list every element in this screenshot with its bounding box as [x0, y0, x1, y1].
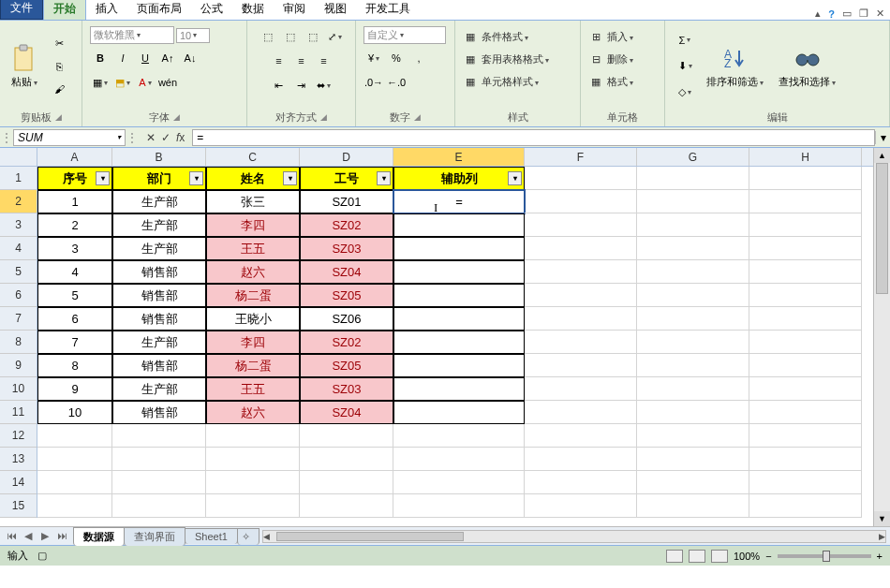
tab-file[interactable]: 文件	[0, 0, 43, 20]
filter-button[interactable]: ▾	[377, 171, 391, 185]
formula-expand-icon[interactable]: ▾	[875, 131, 890, 144]
sort-filter-button[interactable]: AZ 排序和筛选	[701, 41, 769, 91]
cell[interactable]	[393, 331, 525, 354]
underline-button[interactable]: U	[135, 48, 156, 68]
cell[interactable]	[37, 448, 112, 471]
conditional-format-button[interactable]: ▦条件格式	[463, 28, 528, 45]
cell[interactable]: 5	[37, 284, 112, 307]
cell[interactable]	[749, 401, 862, 424]
autosum-button[interactable]: Σ	[675, 30, 695, 51]
cell[interactable]	[206, 424, 300, 448]
sheet-tab-data-source[interactable]: 数据源	[73, 527, 125, 546]
align-launcher-icon[interactable]: ◢	[320, 112, 327, 122]
cell[interactable]: I=	[393, 190, 525, 213]
cell[interactable]	[637, 307, 749, 331]
row-header[interactable]: 12	[0, 424, 37, 448]
row-header[interactable]: 6	[0, 284, 37, 307]
cell[interactable]: 8	[37, 354, 112, 377]
cell[interactable]	[637, 331, 749, 354]
tab-home[interactable]: 开始	[43, 0, 86, 20]
cell[interactable]	[393, 260, 525, 284]
col-header-C[interactable]: C	[206, 148, 300, 166]
row-header[interactable]: 8	[0, 331, 37, 354]
insert-function-icon[interactable]: fx	[176, 131, 185, 144]
formula-cancel-icon[interactable]: ✕	[146, 131, 156, 144]
cell[interactable]	[637, 260, 749, 284]
cell[interactable]	[393, 401, 525, 424]
tab-view[interactable]: 视图	[315, 0, 356, 20]
cell-styles-button[interactable]: ▦单元格样式	[463, 73, 539, 90]
increase-decimal-icon[interactable]: .0→	[363, 72, 384, 93]
cell[interactable]: 生产部	[112, 213, 206, 237]
col-header-E[interactable]: E	[393, 148, 525, 166]
cell[interactable]	[37, 471, 112, 494]
cell[interactable]: 序号▾	[37, 167, 112, 190]
row-header[interactable]: 10	[0, 377, 37, 401]
italic-button[interactable]: I	[112, 48, 133, 68]
delete-cells-button[interactable]: ⊟删除	[588, 51, 633, 67]
cell[interactable]	[749, 307, 862, 331]
insert-cells-button[interactable]: ⊞插入	[588, 28, 633, 45]
cell[interactable]: 销售部	[112, 307, 206, 331]
cell[interactable]: SZ02	[300, 213, 393, 237]
align-top-icon[interactable]: ⬚	[258, 26, 278, 47]
cell[interactable]	[637, 190, 749, 213]
merge-center-button[interactable]: ⬌	[314, 75, 334, 96]
tab-developer[interactable]: 开发工具	[356, 0, 420, 20]
cell[interactable]	[525, 213, 637, 237]
row-header[interactable]: 5	[0, 260, 37, 284]
col-header-B[interactable]: B	[112, 148, 206, 166]
cell[interactable]	[637, 354, 749, 377]
cell[interactable]: 部门▾	[112, 167, 206, 190]
cell[interactable]: 6	[37, 307, 112, 331]
cell[interactable]	[525, 260, 637, 284]
namebox-resize-handle[interactable]: ⋮	[126, 131, 139, 144]
cell[interactable]	[393, 284, 525, 307]
window-minimize-icon[interactable]: ▭	[842, 7, 852, 20]
cell[interactable]: 10	[37, 401, 112, 424]
cell[interactable]	[37, 494, 112, 518]
cell[interactable]	[749, 190, 862, 213]
cell[interactable]: SZ02	[300, 331, 393, 354]
col-header-D[interactable]: D	[300, 148, 393, 166]
cell[interactable]	[749, 424, 862, 448]
cell[interactable]: 王五	[206, 377, 300, 401]
row-header[interactable]: 11	[0, 401, 37, 424]
row-header[interactable]: 13	[0, 448, 37, 471]
column-headers[interactable]: ABCDEFGH	[37, 148, 873, 167]
scroll-up-icon[interactable]: ▲	[874, 148, 890, 163]
align-left-icon[interactable]: ≡	[269, 51, 289, 71]
cell[interactable]: SZ01	[300, 190, 393, 213]
row-header[interactable]: 7	[0, 307, 37, 331]
row-headers[interactable]: 123456789101112131415	[0, 167, 37, 518]
window-close-icon[interactable]: ✕	[876, 7, 884, 20]
cell[interactable]	[525, 354, 637, 377]
cell[interactable]	[393, 377, 525, 401]
cell[interactable]: 生产部	[112, 237, 206, 260]
cell[interactable]: SZ04	[300, 401, 393, 424]
zoom-slider[interactable]	[778, 554, 871, 558]
cell[interactable]: 李四	[206, 331, 300, 354]
cell[interactable]	[749, 494, 862, 518]
cell[interactable]: 生产部	[112, 377, 206, 401]
font-name-select[interactable]: 微软雅黑	[90, 26, 174, 44]
cell[interactable]: 辅助列▾	[393, 167, 525, 190]
filter-button[interactable]: ▾	[508, 171, 522, 185]
format-cells-button[interactable]: ▦格式	[588, 73, 633, 90]
align-right-icon[interactable]: ≡	[314, 51, 334, 71]
namebox-expand-handle[interactable]: ⋮	[0, 131, 13, 144]
macro-record-icon[interactable]: ▢	[37, 550, 47, 562]
phonetic-button[interactable]: wén	[157, 72, 178, 93]
help-icon[interactable]: ?	[828, 8, 835, 20]
cell[interactable]	[300, 471, 393, 494]
fill-color-button[interactable]: ⬒	[112, 72, 133, 93]
cell[interactable]	[112, 448, 206, 471]
increase-font-icon[interactable]: A↑	[157, 48, 178, 68]
paste-button[interactable]: 粘贴	[4, 41, 45, 91]
cell[interactable]	[749, 354, 862, 377]
scroll-down-icon[interactable]: ▼	[874, 511, 890, 526]
tab-pagelayout[interactable]: 页面布局	[127, 0, 191, 20]
cell[interactable]: 杨二蛋	[206, 354, 300, 377]
cell[interactable]: 2	[37, 213, 112, 237]
tab-insert[interactable]: 插入	[86, 0, 127, 20]
